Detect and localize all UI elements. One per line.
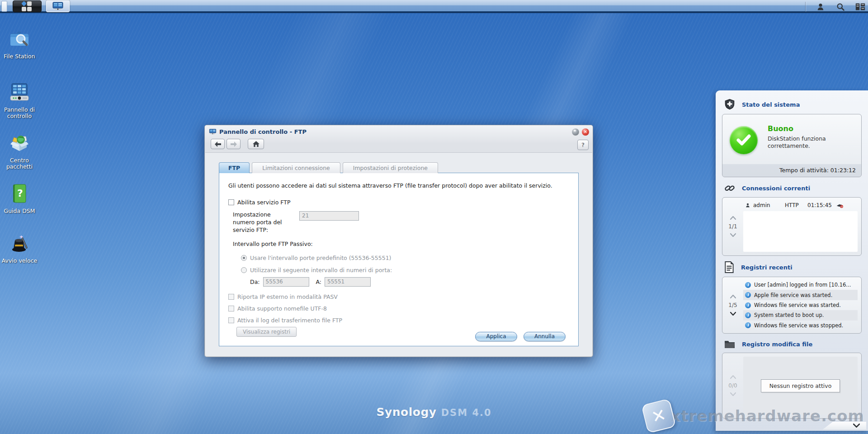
to-input: 55551 [325,277,371,287]
apply-button[interactable]: Applica [475,332,517,341]
control-panel-ftp-window: Pannello di controllo - FTP ✕ ? FTP Limi… [204,125,593,357]
ftp-transfer-log-label: Attiva il log del trasferimento file FTP [237,317,342,324]
file-station-icon [9,28,30,50]
search-button[interactable] [835,2,845,12]
log-row[interactable]: iWindows file service was started. [743,300,858,310]
log-document-icon [724,261,735,273]
default-range-radio [241,255,247,261]
file-log-empty-area: Nessun registro attivo [743,357,858,415]
tab-impostazioni-protezione[interactable]: Impostazioni di protezione [343,162,438,173]
info-icon: i [745,292,751,298]
cancel-button[interactable]: Annulla [524,332,566,341]
report-external-ip-checkbox [228,294,234,300]
help-button[interactable]: ? [577,140,589,150]
status-ok-icon [730,126,758,154]
ftp-description: Gli utenti possono accedere ai dati sul … [228,182,569,189]
to-label: A: [316,278,322,285]
connections-header: Connessioni correnti [724,183,862,193]
file-log-pager: 0/0 [722,357,743,415]
page-up-icon[interactable] [730,216,736,220]
main-menu-icon [22,1,33,11]
log-row[interactable]: iSystem started to boot up. [743,310,858,320]
quick-start-icon [9,232,30,254]
window-titlebar[interactable]: Pannello di controllo - FTP ✕ [205,125,593,138]
from-label: Da: [250,278,260,285]
no-active-log-box: Nessun registro attivo [761,379,840,392]
recent-logs-panel: 1/5 iUser [admin] logged in from [10.16.… [722,277,862,334]
recent-logs-title: Registri recenti [741,264,793,271]
uptime-text: Tempo di attività: 01:23:12 [722,164,861,177]
connections-panel: 1/1 admin HTTP 01:15:45 [722,197,862,256]
tab-bar: FTP Limitazioni connessione Impostazioni… [219,162,438,173]
file-change-log-title: Registro modifica file [742,341,812,348]
home-icon [253,141,259,147]
logs-pager: 1/5 [722,280,743,330]
widgets-button[interactable] [855,2,865,12]
info-icon: i [745,282,751,288]
dsm-help-icon: ? [9,183,30,204]
brand-name: Synology [376,406,436,419]
desktop-icon-label: Centro pacchetti [0,157,39,170]
desktop-icon-quick-start[interactable]: Avvio veloce [0,232,39,264]
default-range-label: Usare l'intervallo porte predefinito (55… [250,255,392,261]
desktop-icon-file-station[interactable]: File Station [0,28,39,60]
window-body: FTP Limitazioni connessione Impostazioni… [205,152,592,356]
desktop-icon-label: File Station [0,53,39,60]
disconnect-icon[interactable] [836,203,843,208]
system-status-header: Stato del sistema [724,99,862,110]
pasv-row: Riporta IP esterno in modalità PASV [228,293,569,300]
connection-time: 01:15:45 [807,202,834,208]
folder-icon [724,339,736,349]
page-down-icon [730,392,736,396]
show-desktop-button[interactable] [1,1,7,12]
desktop-icon-label: Pannello di controllo [0,107,39,119]
log-row[interactable]: iWindows file service was stopped. [743,321,858,330]
connection-row[interactable]: admin HTTP 01:15:45 [743,201,858,211]
widgets-icon [855,3,865,11]
collapse-widget-button[interactable] [823,422,866,429]
log-row[interactable]: iUser [admin] logged in from [10.16... [743,280,858,290]
forward-button[interactable] [226,139,241,149]
close-button[interactable]: ✕ [582,128,589,136]
page-up-icon[interactable] [730,295,736,298]
port-input: 21 [299,211,359,221]
taskbar-right [805,0,865,13]
chevron-down-icon [853,424,860,428]
system-widget-panel: Stato del sistema Buono DiskStation funz… [716,90,868,431]
enable-ftp-checkbox[interactable] [228,199,234,205]
page-down-icon[interactable] [730,233,736,237]
report-external-ip-label: Riporta IP esterno in modalità PASV [237,293,338,300]
tab-limitazioni-connessione[interactable]: Limitazioni connessione [252,162,340,173]
status-value: Buono [768,124,793,133]
utf8-row: Abilita supporto nomefile UTF-8 [228,305,569,312]
info-icon: i [745,312,751,318]
desktop-icon-package-center[interactable]: Centro pacchetti [0,132,39,170]
connection-user: admin [753,202,782,208]
recent-logs-header: Registri recenti [724,261,862,273]
main-menu-button[interactable] [13,0,42,12]
desktop-brand-logo: Synology DSM 4.0 [376,406,491,419]
watermark-logo-icon: ✕ [641,398,676,434]
search-icon [836,2,845,11]
connections-empty-area [743,211,858,252]
view-logs-button: Visualizza registri [236,327,297,337]
file-change-log-header: Registro modifica file [724,339,862,349]
taskbar [0,0,868,13]
custom-range-radio [241,267,247,273]
minimize-button[interactable] [572,128,579,136]
user-menu-button[interactable] [816,2,826,12]
desktop-icon-dsm-help[interactable]: ? Guida DSM [0,183,39,214]
default-range-row: Usare l'intervallo porte predefinito (55… [241,255,569,261]
page-down-icon[interactable] [730,312,736,316]
log-row[interactable]: iApple file service was started. [743,290,858,300]
back-button[interactable] [211,139,225,149]
ftp-tab-content: Gli utenti possono accedere ai dati sul … [219,173,579,346]
taskbar-separator [805,2,806,12]
tab-ftp[interactable]: FTP [219,162,250,173]
brand-version: DSM 4.0 [441,407,492,418]
port-row: Impostazione numero porta del servizio F… [228,211,569,234]
connections-page: 1/1 [728,223,737,230]
home-button[interactable] [248,139,264,149]
desktop-icon-control-panel[interactable]: Pannello di controllo [0,81,39,119]
taskbar-control-panel-button[interactable] [46,0,70,12]
